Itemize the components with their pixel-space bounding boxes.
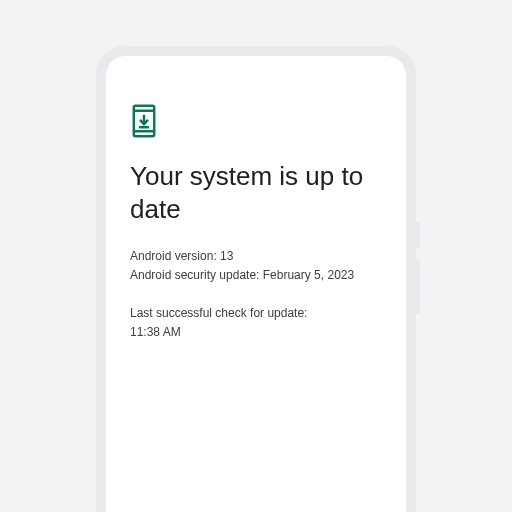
last-check-time: 11:38 AM xyxy=(130,323,382,342)
system-update-screen: Your system is up to date Android versio… xyxy=(106,56,406,512)
phone-side-button xyxy=(416,259,420,314)
android-version-line: Android version: 13 xyxy=(130,247,382,266)
security-update-value: February 5, 2023 xyxy=(263,268,354,282)
last-check-label: Last successful check for update: xyxy=(130,304,382,323)
android-version-value: 13 xyxy=(220,249,233,263)
page-title: Your system is up to date xyxy=(130,160,382,225)
security-update-label: Android security update: xyxy=(130,268,259,282)
phone-side-button xyxy=(416,221,420,249)
version-info-block: Android version: 13 Android security upd… xyxy=(130,247,382,284)
android-version-label: Android version: xyxy=(130,249,217,263)
security-update-line: Android security update: February 5, 202… xyxy=(130,266,382,285)
phone-download-icon xyxy=(130,104,382,142)
phone-frame: Your system is up to date Android versio… xyxy=(96,46,416,512)
last-check-block: Last successful check for update: 11:38 … xyxy=(130,304,382,341)
